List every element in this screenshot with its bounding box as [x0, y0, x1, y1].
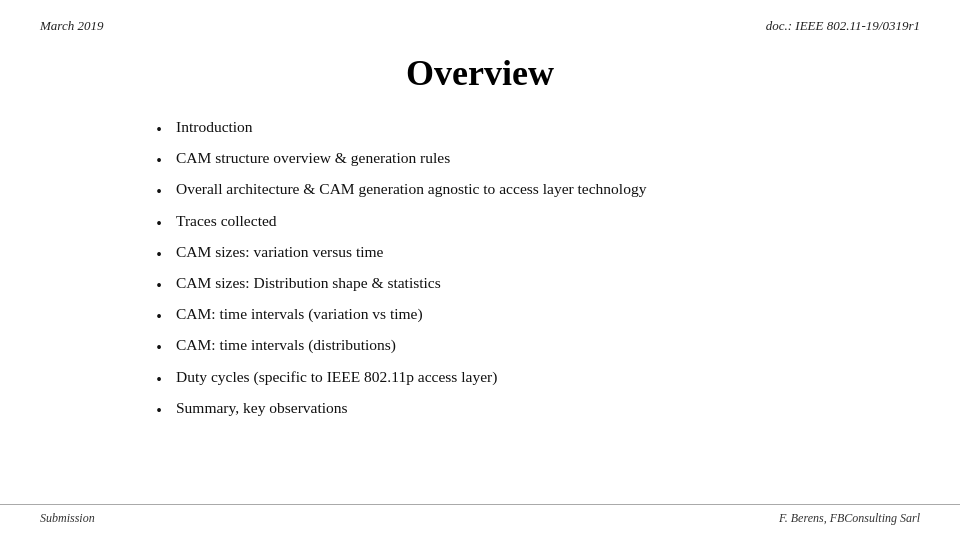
- bullet-text: CAM structure overview & generation rule…: [176, 147, 900, 169]
- bullet-dot: •: [150, 399, 168, 422]
- bullet-text: Overall architecture & CAM generation ag…: [176, 178, 900, 200]
- bullet-text: Traces collected: [176, 210, 900, 232]
- bullet-dot: •: [150, 305, 168, 328]
- footer-author: F. Berens, FBConsulting Sarl: [779, 511, 920, 526]
- bullet-dot: •: [150, 274, 168, 297]
- slide-title: Overview: [406, 53, 554, 93]
- header-date: March 2019: [40, 18, 103, 34]
- bullet-dot: •: [150, 212, 168, 235]
- list-item: •Duty cycles (specific to IEEE 802.11p a…: [150, 366, 900, 391]
- list-item: •CAM structure overview & generation rul…: [150, 147, 900, 172]
- header-doc: doc.: IEEE 802.11-19/0319r1: [766, 18, 920, 34]
- bullet-text: CAM: time intervals (distributions): [176, 334, 900, 356]
- list-item: •Overall architecture & CAM generation a…: [150, 178, 900, 203]
- footer-submission: Submission: [40, 511, 95, 526]
- content-area: •Introduction•CAM structure overview & g…: [0, 116, 960, 422]
- bullet-text: Introduction: [176, 116, 900, 138]
- list-item: •CAM sizes: Distribution shape & statist…: [150, 272, 900, 297]
- list-item: •Introduction: [150, 116, 900, 141]
- bullet-list: •Introduction•CAM structure overview & g…: [150, 116, 900, 422]
- bullet-text: CAM sizes: variation versus time: [176, 241, 900, 263]
- list-item: •CAM sizes: variation versus time: [150, 241, 900, 266]
- bullet-dot: •: [150, 243, 168, 266]
- title-section: Overview: [0, 52, 960, 94]
- slide: March 2019 doc.: IEEE 802.11-19/0319r1 O…: [0, 0, 960, 540]
- bullet-text: CAM: time intervals (variation vs time): [176, 303, 900, 325]
- list-item: •Summary, key observations: [150, 397, 900, 422]
- bullet-dot: •: [150, 118, 168, 141]
- bullet-dot: •: [150, 149, 168, 172]
- list-item: •CAM: time intervals (distributions): [150, 334, 900, 359]
- header: March 2019 doc.: IEEE 802.11-19/0319r1: [0, 0, 960, 34]
- bullet-text: CAM sizes: Distribution shape & statisti…: [176, 272, 900, 294]
- bullet-dot: •: [150, 336, 168, 359]
- list-item: •Traces collected: [150, 210, 900, 235]
- bullet-text: Summary, key observations: [176, 397, 900, 419]
- bullet-dot: •: [150, 368, 168, 391]
- bullet-text: Duty cycles (specific to IEEE 802.11p ac…: [176, 366, 900, 388]
- footer: Submission F. Berens, FBConsulting Sarl: [0, 504, 960, 526]
- bullet-dot: •: [150, 180, 168, 203]
- list-item: •CAM: time intervals (variation vs time): [150, 303, 900, 328]
